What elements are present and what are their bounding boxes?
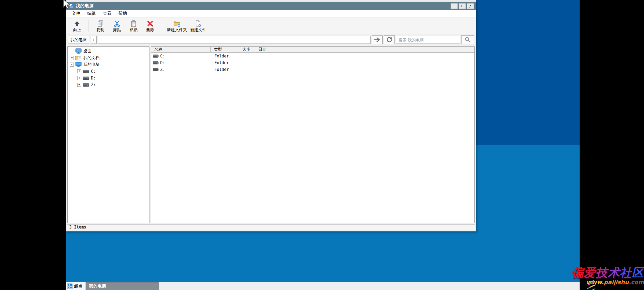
drive-icon	[83, 68, 89, 74]
computer-icon	[75, 62, 82, 67]
minimize-button[interactable]	[451, 3, 458, 9]
drive-icon	[153, 67, 159, 72]
window-content: 桌面 + 我的文档 -	[66, 45, 476, 223]
chevron-right-icon[interactable]: ›	[91, 36, 97, 44]
address-input[interactable]	[98, 36, 371, 44]
file-type: Folder	[211, 54, 239, 59]
file-name: D:	[160, 60, 165, 65]
expand-plus-icon[interactable]: +	[77, 76, 81, 80]
delete-button[interactable]: 删除	[142, 18, 159, 33]
cut-button[interactable]: 剪贴	[109, 18, 125, 33]
tree-item-label: 桌面	[83, 49, 92, 54]
scissors-icon	[114, 20, 120, 27]
desktop-icon	[75, 48, 82, 54]
taskbar: 起点 我的电脑	[66, 282, 580, 290]
new-folder-icon	[173, 20, 181, 27]
column-header-name[interactable]: 名称	[151, 47, 211, 52]
tree-item-label: D:	[91, 76, 96, 81]
search-button[interactable]	[461, 35, 474, 44]
desktop-dark-region	[476, 0, 580, 145]
tree-item-label: C:	[91, 69, 96, 74]
drive-icon	[153, 54, 159, 58]
menu-help[interactable]: 帮助	[115, 10, 130, 17]
search-input[interactable]	[396, 36, 460, 44]
expand-plus-icon[interactable]: +	[77, 83, 81, 87]
menu-file[interactable]: 文件	[68, 10, 84, 17]
copy-icon	[97, 20, 104, 27]
tree-item-label: Z:	[91, 82, 96, 87]
paste-button[interactable]: 粘贴	[125, 18, 142, 33]
column-header-size[interactable]: 大小	[239, 47, 255, 52]
tree-item-label: 我的文档	[83, 55, 100, 60]
close-button[interactable]: /	[467, 3, 474, 9]
menu-view[interactable]: 查看	[99, 10, 115, 17]
drive-icon	[83, 82, 89, 88]
start-label: 起点	[74, 284, 83, 289]
up-button[interactable]: 向上	[69, 18, 85, 33]
list-header: 名称 类型 大小 日期	[151, 47, 474, 53]
expand-plus-icon[interactable]: +	[70, 56, 74, 60]
delete-x-icon	[147, 20, 154, 27]
tree-item-desktop[interactable]: 桌面	[68, 48, 149, 55]
go-button[interactable]	[372, 35, 383, 44]
tree-item-drive-d[interactable]: + D:	[68, 75, 149, 81]
toolbar-separator	[89, 20, 89, 32]
maximize-button[interactable]: L	[459, 3, 466, 9]
file-name: C:	[160, 54, 165, 59]
folder-tree-panel: 桌面 + 我的文档 -	[67, 46, 149, 223]
menu-edit[interactable]: 编辑	[84, 10, 99, 17]
toolbar-separator	[162, 20, 162, 32]
start-grid-icon	[67, 284, 72, 289]
file-manager-window: 我的电脑 L / 文件 编辑 查看 帮助 向上	[66, 0, 476, 231]
file-row-drive-c[interactable]: C: Folder	[151, 53, 474, 59]
column-header-type[interactable]: 类型	[211, 47, 239, 52]
clipboard-icon	[130, 20, 137, 27]
screen: 我的电脑 L / 文件 编辑 查看 帮助 向上	[0, 0, 644, 290]
new-file-icon	[195, 20, 202, 27]
expand-plus-icon[interactable]: +	[77, 69, 81, 73]
start-button[interactable]: 起点	[66, 282, 86, 290]
drive-icon	[153, 60, 159, 65]
status-bar: 3 Items	[67, 224, 475, 230]
up-arrow-icon	[74, 20, 80, 27]
window-controls: L /	[451, 3, 474, 9]
new-folder-button[interactable]: 新建文件夹	[165, 18, 189, 33]
tree-item-my-computer[interactable]: - 我的电脑	[68, 61, 149, 68]
refresh-icon	[386, 37, 392, 43]
location-button[interactable]: 我的电脑	[68, 36, 89, 44]
collapse-minus-icon[interactable]: -	[70, 63, 74, 67]
tree-indent	[70, 49, 74, 53]
watermark-streak-icon	[586, 280, 602, 290]
tree-item-drive-c[interactable]: + C:	[68, 68, 149, 75]
tree-item-drive-z[interactable]: + Z:	[68, 81, 149, 88]
new-file-button[interactable]: 新建文件	[189, 18, 208, 33]
window-titlebar[interactable]: 我的电脑 L /	[66, 2, 476, 10]
column-header-filler	[282, 47, 474, 52]
file-row-drive-d[interactable]: D: Folder	[151, 59, 474, 66]
tree-item-my-documents[interactable]: + 我的文档	[68, 55, 149, 61]
copy-button[interactable]: 复制	[92, 18, 109, 33]
drive-icon	[83, 75, 89, 81]
file-row-drive-z[interactable]: Z: Folder	[151, 66, 474, 73]
file-type: Folder	[211, 60, 239, 65]
column-header-date[interactable]: 日期	[255, 47, 282, 52]
documents-folder-icon	[75, 55, 82, 61]
file-type: Folder	[211, 67, 239, 72]
file-name: Z:	[160, 67, 165, 72]
address-bar: 我的电脑 ›	[66, 34, 476, 45]
magnifier-icon	[464, 37, 471, 43]
menu-bar: 文件 编辑 查看 帮助	[66, 10, 476, 17]
file-list-panel: 名称 类型 大小 日期 C: Folder	[151, 46, 475, 223]
tree-item-label: 我的电脑	[83, 62, 100, 67]
refresh-button[interactable]	[384, 35, 395, 44]
go-arrow-icon	[374, 37, 380, 42]
mouse-cursor	[62, 0, 72, 10]
toolbar: 向上 复制	[66, 17, 476, 34]
status-text: 3 Items	[69, 225, 86, 230]
taskbar-task-my-computer[interactable]: 我的电脑	[86, 282, 159, 290]
window-title: 我的电脑	[76, 3, 94, 9]
